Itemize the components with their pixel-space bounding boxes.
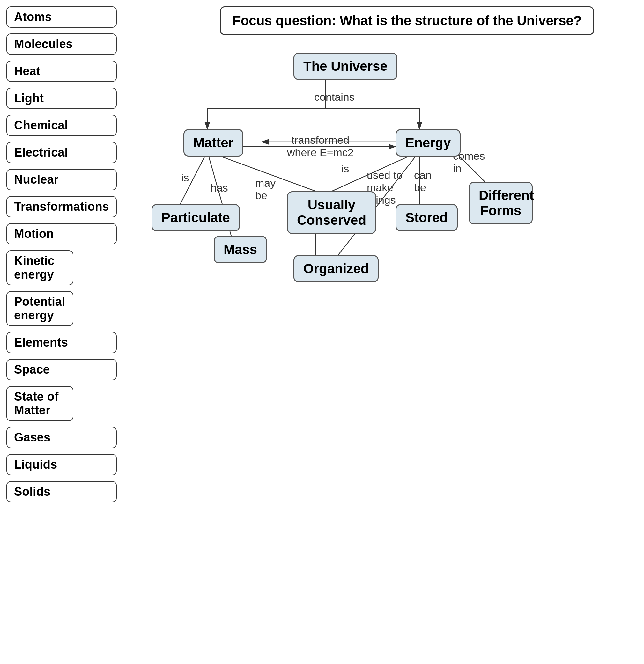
label-transformed: transformedwhere E=mc2 <box>287 134 354 159</box>
focus-question-box: Focus question: What is the structure of… <box>220 6 594 35</box>
node-stored[interactable]: Stored <box>396 204 458 231</box>
sidebar-item-kinetic-energy[interactable]: Kineticenergy <box>6 250 73 285</box>
sidebar: Atoms Molecules Heat Light Chemical Elec… <box>6 6 117 502</box>
sidebar-item-transformations[interactable]: Transformations <box>6 196 117 217</box>
sidebar-item-atoms[interactable]: Atoms <box>6 6 117 28</box>
node-matter[interactable]: Matter <box>183 129 243 157</box>
node-energy[interactable]: Energy <box>396 129 461 157</box>
node-different-forms[interactable]: DifferentForms <box>469 182 533 224</box>
sidebar-item-elements[interactable]: Elements <box>6 332 117 353</box>
node-mass[interactable]: Mass <box>214 236 267 263</box>
sidebar-item-space[interactable]: Space <box>6 359 117 380</box>
sidebar-item-light[interactable]: Light <box>6 88 117 109</box>
diagram-area: Focus question: What is the structure of… <box>134 3 631 290</box>
node-universe[interactable]: The Universe <box>294 53 398 80</box>
label-energy-can-be: canbe <box>414 169 431 194</box>
sidebar-item-motion[interactable]: Motion <box>6 223 117 245</box>
sidebar-item-heat[interactable]: Heat <box>6 61 117 82</box>
sidebar-item-nuclear[interactable]: Nuclear <box>6 169 117 190</box>
sidebar-item-gases[interactable]: Gases <box>6 427 117 448</box>
sidebar-item-solids[interactable]: Solids <box>6 481 117 502</box>
sidebar-item-state-of-matter[interactable]: State ofMatter <box>6 386 73 421</box>
node-particulate[interactable]: Particulate <box>152 204 240 231</box>
sidebar-item-electrical[interactable]: Electrical <box>6 142 117 163</box>
label-matter-may-be: maybe <box>255 177 276 202</box>
sidebar-item-potential-energy[interactable]: Potentialenergy <box>6 291 73 326</box>
sidebar-item-liquids[interactable]: Liquids <box>6 454 117 475</box>
sidebar-item-molecules[interactable]: Molecules <box>6 34 117 55</box>
label-energy-is1: is <box>341 163 349 175</box>
node-organized[interactable]: Organized <box>294 255 379 283</box>
sidebar-item-chemical[interactable]: Chemical <box>6 115 117 136</box>
label-contains: contains <box>314 91 355 103</box>
label-matter-is: is <box>181 171 189 184</box>
label-matter-has: has <box>210 182 228 194</box>
node-usually-conserved[interactable]: UsuallyConserved <box>287 191 376 234</box>
